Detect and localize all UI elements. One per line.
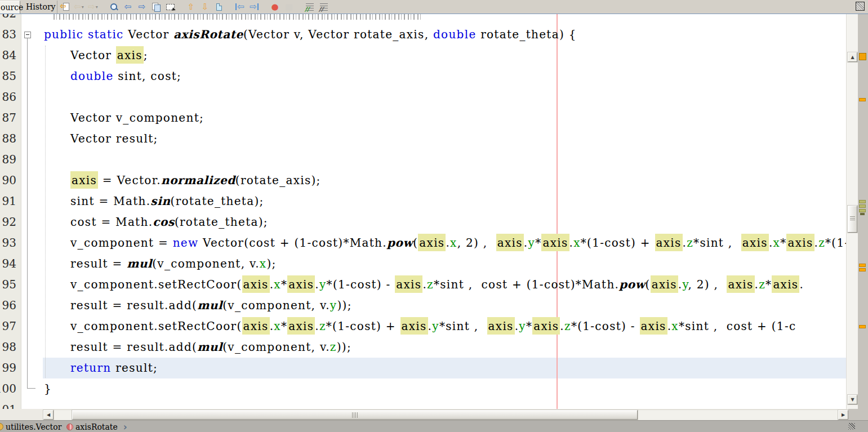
tab-history[interactable]: History — [21, 1, 57, 14]
code-line-90[interactable]: axis = Vector.normalized(rotate_axis); — [43, 170, 846, 191]
line-number-100[interactable]: 100 — [0, 378, 16, 399]
error-stripe-mark-status-square[interactable] — [859, 53, 866, 60]
code-line-100[interactable]: } — [43, 378, 846, 399]
line-number-96[interactable]: 96 — [2, 295, 16, 316]
line-number-84[interactable]: 84 — [2, 45, 16, 66]
code-line-84[interactable]: Vector axis; — [43, 45, 846, 66]
line-number-92[interactable]: 92 — [2, 212, 16, 233]
start-macro-recording-icon[interactable]: ● — [269, 1, 281, 12]
breadcrumb-item-class[interactable]: utilites.Vector › — [0, 421, 71, 432]
next-bookmark-icon[interactable]: ⇩ — [199, 1, 211, 12]
occurrence-highlight: axis — [541, 234, 569, 251]
error-stripe-mark-orange[interactable] — [859, 325, 866, 328]
code-line-96[interactable]: result = result.add(mul(v_component, v.y… — [43, 295, 846, 316]
shift-line-left-icon[interactable]: ⇦ — [234, 1, 246, 12]
line-number-101[interactable]: 101 — [0, 399, 16, 409]
line-number-90[interactable]: 90 — [2, 170, 16, 191]
code-token: v_component.setRectCoor( — [70, 319, 242, 333]
error-stripe-mark-orange[interactable] — [859, 268, 866, 271]
line-number-97[interactable]: 97 — [2, 316, 16, 337]
scroll-right-button[interactable]: ▶ — [838, 410, 848, 420]
code-line-101[interactable] — [43, 399, 846, 409]
line-number-98[interactable]: 98 — [2, 337, 16, 358]
code-line-82[interactable] — [43, 14, 846, 24]
breadcrumb-class-label: utilites.Vector — [6, 422, 61, 431]
code-view[interactable]: public static Vector axisRotate(Vector v… — [43, 14, 846, 409]
vertical-scrollbar-thumb[interactable] — [848, 206, 857, 233]
toggle-bookmark-icon-shape — [216, 3, 222, 11]
code-token: )); — [337, 299, 351, 312]
line-number-82[interactable]: 82 — [2, 14, 16, 24]
line-number-89[interactable]: 89 — [2, 149, 16, 170]
jump-forward-icon-dropdown[interactable]: ▾ — [96, 5, 98, 10]
error-stripe-mark-dark[interactable] — [860, 213, 865, 215]
scroll-left-button[interactable]: ◀ — [43, 410, 54, 420]
scroll-down-button[interactable]: ▼ — [848, 395, 857, 404]
error-stripe-mark-orange[interactable] — [859, 264, 866, 267]
jump-forward-icon[interactable]: ⇨▾ — [87, 1, 99, 12]
line-number-91[interactable]: 91 — [2, 191, 16, 212]
error-stripe[interactable] — [858, 14, 868, 409]
tab-source[interactable]: ource — [0, 1, 20, 14]
error-stripe-mark-olive[interactable] — [859, 200, 866, 203]
code-line-86[interactable] — [43, 87, 846, 108]
toggle-uncomment-icon[interactable] — [318, 1, 330, 12]
code-line-93[interactable]: v_component = new Vector(cost + (1-cost)… — [43, 233, 846, 253]
jump-back-icon-dropdown[interactable]: ▾ — [82, 5, 84, 10]
code-token: . — [799, 278, 804, 291]
code-line-94[interactable]: result = mul(v_component, v.x); — [43, 253, 846, 274]
code-token: = Vector. — [98, 173, 161, 187]
code-token: *(1-cost) - — [571, 319, 640, 333]
code-line-99[interactable]: return result; — [43, 358, 846, 378]
editor-area[interactable]: 8283848586878889909192939495969798991001… — [0, 14, 868, 409]
line-number-93[interactable]: 93 — [2, 233, 16, 253]
last-edit-position-icon[interactable] — [59, 1, 71, 12]
move-window-icon[interactable] — [856, 2, 865, 11]
code-line-95[interactable]: v_component.setRectCoor(axis.x*axis.y*(1… — [43, 274, 846, 295]
code-line-98[interactable]: result = result.add(mul(v_component, v.z… — [43, 337, 846, 358]
line-number-87[interactable]: 87 — [2, 108, 16, 128]
editor-toolbar-toggle-icon[interactable] — [848, 423, 855, 430]
error-stripe-mark-olive[interactable] — [859, 204, 866, 208]
code-line-83[interactable]: public static Vector axisRotate(Vector v… — [43, 24, 846, 45]
previous-bookmark-icon[interactable]: ⇧ — [185, 1, 197, 12]
line-number-85[interactable]: 85 — [2, 66, 16, 87]
fold-collapse-icon[interactable] — [24, 32, 31, 38]
code-line-92[interactable]: cost = Math.cos(rotate_theta); — [43, 212, 846, 233]
line-number-83[interactable]: 83 — [2, 24, 16, 45]
line-number-94[interactable]: 94 — [2, 253, 16, 274]
shift-line-right-icon[interactable]: ⇨ — [248, 1, 260, 12]
code-line-85[interactable]: double sint, cost; — [43, 66, 846, 87]
scroll-up-button[interactable]: ▲ — [848, 52, 857, 62]
toggle-highlight-search-icon[interactable] — [150, 1, 162, 12]
find-next-occurrence-icon[interactable]: ⇨ — [136, 1, 148, 12]
error-stripe-mark-olive[interactable] — [859, 209, 866, 212]
line-number-gutter[interactable]: 8283848586878889909192939495969798991001… — [0, 14, 21, 409]
rectangular-selection-icon[interactable] — [164, 1, 176, 12]
find-previous-occurrence-icon[interactable]: ⇦ — [122, 1, 134, 12]
stop-macro-recording-icon[interactable]: ■ — [283, 1, 295, 12]
last-edit-position-icon-shape — [61, 3, 69, 11]
line-number-86[interactable]: 86 — [2, 87, 16, 108]
code-line-88[interactable]: Vector result; — [43, 128, 846, 149]
horizontal-scrollbar[interactable]: ◀ ▶ — [43, 409, 848, 420]
line-number-95[interactable]: 95 — [2, 274, 16, 295]
code-line-89[interactable] — [43, 149, 846, 170]
code-line-91[interactable]: sint = Math.sin(rotate_theta); — [43, 191, 846, 212]
code-line-87[interactable]: Vector v_component; — [43, 108, 846, 128]
occurrence-highlight: axis — [487, 317, 515, 335]
breadcrumb-item-method[interactable]: axisRotate › — [66, 421, 127, 432]
toggle-comment-icon[interactable] — [304, 1, 316, 12]
line-number-88[interactable]: 88 — [2, 128, 16, 149]
code-token: * — [780, 236, 786, 250]
horizontal-scrollbar-thumb[interactable] — [72, 410, 638, 420]
error-stripe-mark-orange[interactable] — [859, 98, 866, 101]
toggle-bookmark-icon[interactable] — [213, 1, 225, 12]
next-bookmark-icon-glyph: ⇩ — [202, 1, 209, 12]
scrollbar-corner — [848, 409, 868, 420]
code-line-97[interactable]: v_component.setRectCoor(axis.x*axis.z*(1… — [43, 316, 846, 337]
line-number-99[interactable]: 99 — [2, 358, 16, 378]
jump-back-icon[interactable]: ⇦▾ — [73, 1, 85, 12]
vertical-scrollbar[interactable]: ▲ ▼ — [846, 14, 858, 409]
find-selection-icon[interactable] — [108, 1, 120, 12]
